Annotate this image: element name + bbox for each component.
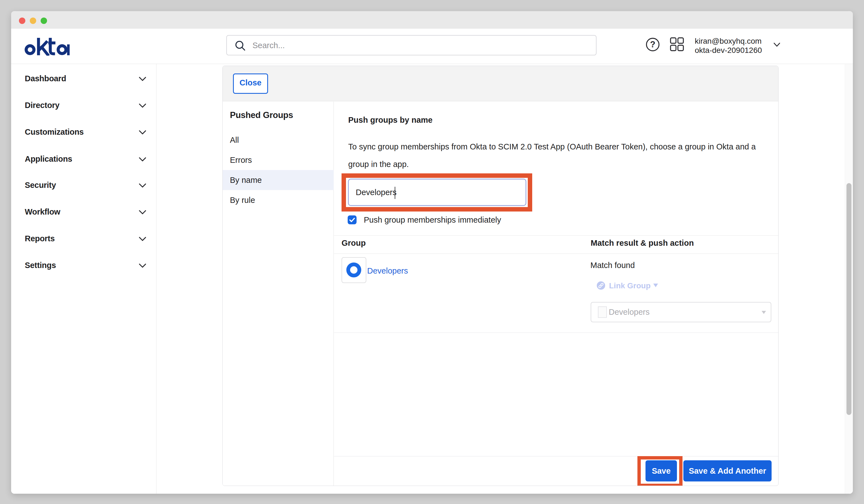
svg-text:?: ? (650, 39, 656, 49)
